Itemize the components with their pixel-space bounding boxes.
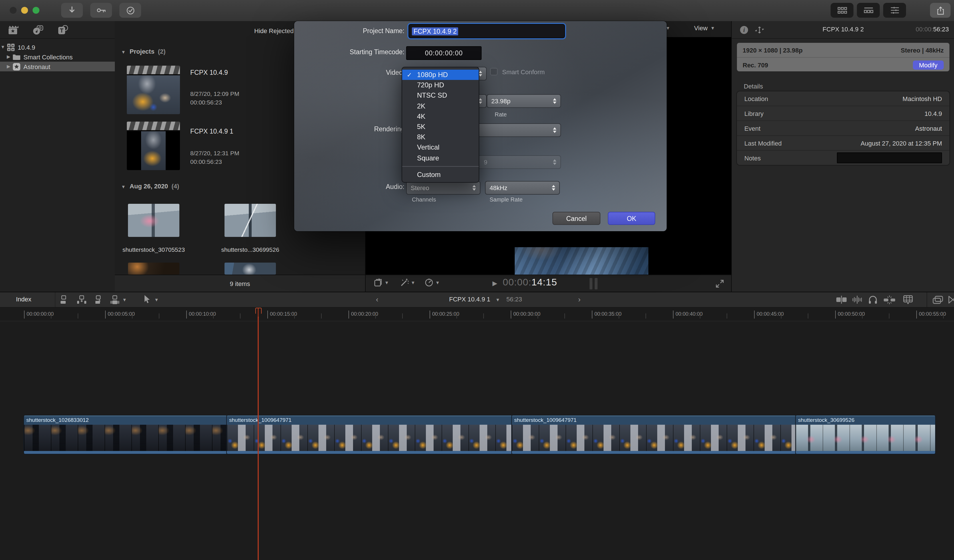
sidebar-item-library-1049[interactable]: ▼ ★★★★ 10.4.9 <box>0 42 115 52</box>
browser-toggle-button[interactable] <box>831 3 853 18</box>
ruler-minor-tick <box>159 313 159 319</box>
video-label: Video: <box>294 69 404 76</box>
disclosure-open-icon[interactable]: ▼ <box>121 184 126 190</box>
background-tasks-button[interactable] <box>119 3 141 18</box>
menu-item-label: 5K <box>417 123 425 131</box>
bowtie-icon[interactable] <box>948 294 954 305</box>
audio-meter[interactable] <box>589 278 592 289</box>
fcpx-window: ▼ ★★★★ 10.4.9 ▶ Smart Collections <box>0 0 954 560</box>
retime-menu[interactable]: ▼ <box>424 278 440 287</box>
viewer-view-menu[interactable]: View▼ <box>694 25 715 31</box>
media-clip-thumbnail[interactable] <box>128 204 179 237</box>
menu-item-720p-hd[interactable]: 720p HD <box>402 80 479 90</box>
inspector-toggle-button[interactable] <box>883 3 906 18</box>
timeline-clip[interactable]: shutterstock_1026833012 <box>24 415 227 454</box>
project-name-input[interactable]: FCPX 10.4.9 2 <box>409 25 564 38</box>
timeline-project-switcher[interactable]: FCPX 10.4.9 1 ▼ 56:23 <box>400 296 571 303</box>
solo-headphones-icon[interactable] <box>868 294 878 305</box>
close-window-button[interactable] <box>10 7 17 14</box>
ruler-major-tick <box>186 311 187 319</box>
sidebar-item-smart-collections[interactable]: ▶ Smart Collections <box>0 52 115 62</box>
modify-button[interactable]: Modify <box>913 60 944 69</box>
disclosure-open-icon[interactable]: ▼ <box>121 50 126 55</box>
audio-rate-popup[interactable]: 48kHz <box>485 181 560 194</box>
clip-appearance-icon[interactable] <box>903 294 913 305</box>
play-icon[interactable]: ▶ <box>493 280 497 287</box>
next-project-button[interactable]: › <box>578 295 581 304</box>
insert-edit-icon[interactable] <box>76 294 87 305</box>
zoom-window-button[interactable] <box>33 7 39 14</box>
playhead-line[interactable] <box>258 308 259 560</box>
rate-popup[interactable]: 23.98p <box>487 94 561 108</box>
menu-item-2k[interactable]: 2K <box>402 101 479 111</box>
detail-row-event: EventAstronaut <box>737 120 949 135</box>
timeline-tracks[interactable]: shutterstock_1026833012shutterstock_1009… <box>0 321 954 560</box>
ruler-minor-tick <box>402 313 403 319</box>
connect-edit-icon[interactable] <box>60 294 70 305</box>
stacked-windows-icon[interactable] <box>932 294 944 305</box>
expand-icon[interactable] <box>715 279 724 288</box>
chevron-down-icon[interactable]: ▼ <box>122 297 127 303</box>
view-label: View <box>694 25 708 31</box>
trim-clips-icon[interactable] <box>836 294 847 305</box>
audio-channels-popup[interactable]: Stereo <box>406 181 480 194</box>
ruler-timecode-label: 00:00:40:00 <box>675 311 703 317</box>
timeline-ruler[interactable]: 00:00:00:0000:00:05:0000:00:10:0000:00:1… <box>0 308 954 321</box>
media-clip-thumbnail[interactable] <box>224 204 276 237</box>
tab-titles-generators[interactable] <box>58 25 69 34</box>
share-button[interactable] <box>930 3 951 18</box>
import-media-button[interactable] <box>61 3 83 18</box>
tab-library[interactable] <box>8 25 19 34</box>
overwrite-edit-icon[interactable] <box>110 294 120 305</box>
ok-button[interactable]: OK <box>608 212 655 225</box>
audio-skimming-icon[interactable] <box>852 294 863 305</box>
notes-input[interactable] <box>837 152 942 163</box>
audio-meter[interactable] <box>595 278 597 289</box>
sidebar-item-astronaut[interactable]: ▶ Astronaut <box>0 62 115 72</box>
menu-item-4k[interactable]: 4K <box>402 111 479 121</box>
starting-timecode-input[interactable]: 00:00:00:00 <box>406 46 482 60</box>
menu-item-ntsc-sd[interactable]: NTSC SD <box>402 90 479 101</box>
smart-conform-label: Smart Conform <box>502 68 545 75</box>
timeline-clip[interactable]: shutterstock_1009647971 <box>227 415 512 454</box>
disclosure-open-icon[interactable]: ▼ <box>0 45 6 50</box>
projects-group-header[interactable]: ▼Projects(2) <box>121 48 166 55</box>
date-group-header[interactable]: ▼Aug 26, 2020(4) <box>121 183 179 190</box>
titles-icon <box>58 25 69 34</box>
hide-rejected-filter[interactable]: Hide Rejected <box>254 27 294 34</box>
snapping-icon[interactable] <box>883 294 896 305</box>
stepper-icon <box>469 185 476 191</box>
media-clip-thumbnail[interactable] <box>224 263 276 275</box>
colorspace-popup[interactable]: 9 <box>466 155 561 169</box>
disclosure-closed-icon[interactable]: ▶ <box>6 64 11 69</box>
chevron-down-icon[interactable]: ▼ <box>154 297 159 303</box>
menu-item-8k[interactable]: 8K <box>402 132 479 142</box>
project-thumbnail[interactable] <box>127 65 180 114</box>
menu-item-5k[interactable]: 5K <box>402 121 479 132</box>
timeline-clip[interactable]: shutterstock_30699526 <box>796 415 935 454</box>
media-clip-thumbnail[interactable] <box>128 263 179 275</box>
index-button[interactable]: Index <box>16 296 31 303</box>
menu-item-custom[interactable]: Custom <box>402 169 479 179</box>
timeline-toggle-button[interactable] <box>857 3 880 18</box>
menu-item-vertical[interactable]: Vertical <box>402 142 479 153</box>
clip-retime-tools[interactable]: ▼ <box>374 278 389 287</box>
smart-conform-checkbox[interactable] <box>490 68 497 75</box>
arrow-tool-icon[interactable] <box>143 294 151 304</box>
disclosure-closed-icon[interactable]: ▶ <box>6 54 11 59</box>
timeline-clip[interactable]: shutterstock_1009647971 <box>512 415 796 454</box>
keyword-editor-button[interactable] <box>90 3 112 18</box>
ruler-timecode-label: 00:00:50:00 <box>838 311 865 317</box>
cancel-button[interactable]: Cancel <box>552 212 600 225</box>
menu-item-square[interactable]: Square <box>402 153 479 163</box>
rendering-popup[interactable] <box>466 123 561 137</box>
append-edit-icon[interactable] <box>93 294 103 305</box>
ruler-major-tick <box>916 311 917 319</box>
menu-item-1080p-hd[interactable]: ✓1080p HD <box>402 70 479 80</box>
chevron-down-icon: ▼ <box>435 280 440 285</box>
enhancements-menu[interactable]: ▼ <box>400 278 415 287</box>
previous-project-button[interactable]: ‹ <box>376 295 379 304</box>
tab-photos-audio[interactable] <box>33 25 44 34</box>
project-thumbnail[interactable] <box>127 121 180 170</box>
minimize-window-button[interactable] <box>21 7 28 14</box>
